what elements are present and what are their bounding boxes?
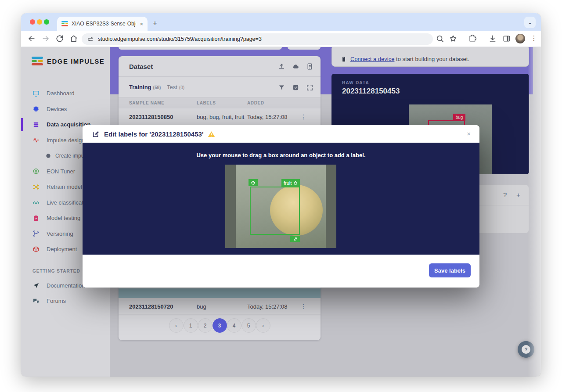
browser-tab[interactable]: XIAO-ESP32S3-Sense-Objec ×	[57, 17, 148, 31]
new-tab-button[interactable]: +	[153, 19, 157, 27]
fruit-bounding-box[interactable]	[250, 187, 300, 235]
modal-header: Edit labels for '20231128150453' ×	[83, 125, 479, 143]
site-settings-icon[interactable]	[87, 36, 94, 43]
extensions-icon[interactable]	[468, 34, 477, 43]
labeling-image[interactable]: fruit	[225, 165, 336, 248]
maximize-window-button[interactable]	[44, 19, 49, 25]
profile-avatar[interactable]	[515, 34, 525, 43]
modal-instruction: Use your mouse to drag a box around an o…	[83, 152, 479, 158]
edit-labels-modal: Edit labels for '20231128150453' × Use y…	[83, 125, 479, 288]
warning-icon	[208, 130, 215, 138]
side-panel-icon[interactable]	[502, 34, 511, 43]
browser-window: XIAO-ESP32S3-Sense-Objec × + ⌄ studio.ed…	[21, 13, 541, 377]
modal-body: Use your mouse to drag a box around an o…	[83, 143, 479, 255]
save-labels-button[interactable]: Save labels	[429, 263, 471, 277]
edit-pencil-icon	[92, 130, 100, 138]
browser-toolbar: studio.edgeimpulse.com/studio/315759/acq…	[21, 31, 541, 47]
forward-icon[interactable]	[41, 34, 50, 43]
fruit-label-badge[interactable]: fruit	[281, 179, 300, 187]
address-bar[interactable]: studio.edgeimpulse.com/studio/315759/acq…	[82, 33, 433, 45]
modal-title: Edit labels for '20231128150453'	[104, 130, 203, 138]
tab-title: XIAO-ESP32S3-Sense-Objec	[72, 21, 136, 27]
browser-menu-icon[interactable]: ⋮	[530, 34, 538, 43]
screenshot-canvas: XIAO-ESP32S3-Sense-Objec × + ⌄ studio.ed…	[0, 0, 562, 392]
trash-icon	[293, 181, 298, 185]
move-handle-icon[interactable]	[249, 179, 258, 186]
resize-handle-icon[interactable]	[290, 236, 300, 242]
tab-search-chevron-icon[interactable]: ⌄	[524, 17, 536, 28]
home-icon[interactable]	[69, 34, 78, 43]
modal-footer: Save labels	[83, 255, 479, 288]
browser-titlebar: XIAO-ESP32S3-Sense-Objec × + ⌄	[21, 13, 541, 31]
close-window-button[interactable]	[30, 19, 35, 25]
minimize-window-button[interactable]	[37, 19, 42, 25]
reload-icon[interactable]	[55, 34, 64, 43]
favicon-edge-impulse	[61, 21, 68, 26]
tab-close-icon[interactable]: ×	[140, 21, 143, 27]
back-icon[interactable]	[27, 34, 36, 43]
search-icon[interactable]	[436, 34, 444, 43]
url-text[interactable]: studio.edgeimpulse.com/studio/315759/acq…	[98, 36, 262, 42]
modal-close-icon[interactable]: ×	[467, 130, 471, 137]
download-icon[interactable]	[488, 34, 497, 43]
bookmark-star-icon[interactable]	[449, 34, 458, 43]
